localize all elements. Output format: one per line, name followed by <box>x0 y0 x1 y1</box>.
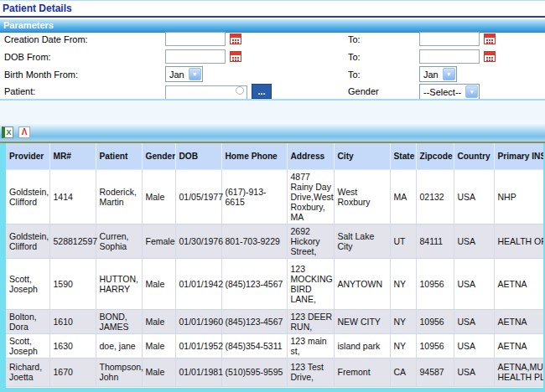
table-cell: Salt Lake City <box>334 224 390 258</box>
table-cell: Male <box>142 358 175 386</box>
table-row[interactable]: Goldstein, Clifford1414Roderick, MartinM… <box>6 169 543 224</box>
creation-date-to-input[interactable] <box>419 32 480 46</box>
patient-input[interactable] <box>165 85 247 100</box>
gender-select[interactable]: --Select-- ▼ <box>419 84 480 100</box>
table-cell: USA <box>454 333 494 358</box>
gender-label: Gender <box>348 86 379 96</box>
table-cell: Male <box>142 309 175 333</box>
table-cell: USA <box>454 309 494 333</box>
dob-from-label: DOB From: <box>4 52 51 62</box>
column-header: Zipcode <box>416 143 454 169</box>
patient-label: Patient: <box>4 86 35 96</box>
table-cell: 1590 <box>49 258 96 309</box>
table-cell: 123 MOCKING BIRD LANE, <box>287 258 334 309</box>
column-header: Address <box>287 143 334 169</box>
patient-browse-button[interactable]: ... <box>252 84 272 99</box>
table-cell: USA <box>454 258 494 309</box>
table-cell: 4877 Rainy Day Drive,West Roxbury, MA <box>287 169 334 224</box>
table-cell: (845)123-4567 <box>221 309 287 333</box>
table-cell: AETNA <box>494 309 543 333</box>
column-header: Primary INS. <box>494 143 543 169</box>
column-header: Gender <box>142 143 175 169</box>
export-toolbar: X Λ <box>0 124 545 143</box>
table-row[interactable]: Goldstein, Clifford528812597Curren, Soph… <box>6 224 543 258</box>
table-cell: 02132 <box>416 169 454 224</box>
chevron-down-icon: ▼ <box>465 85 478 98</box>
table-cell: USA <box>454 358 494 386</box>
table-cell: island park <box>334 333 390 358</box>
chevron-down-icon: ▼ <box>189 68 201 80</box>
table-cell: (845)354-5311 <box>221 333 287 358</box>
birth-month-to-label: To: <box>348 70 361 80</box>
parameters-section-header: Parameters <box>0 19 545 33</box>
table-cell: 01/01/1952 <box>175 333 221 358</box>
column-header: DOB <box>175 143 221 169</box>
calendar-icon[interactable] <box>230 34 241 44</box>
calendar-icon[interactable] <box>230 51 241 62</box>
table-cell: NEW CITY <box>334 309 390 333</box>
table-cell: 01/01/1981 <box>175 358 221 386</box>
table-cell: 528812597 <box>49 224 96 258</box>
dob-to-input[interactable] <box>419 49 480 64</box>
calendar-icon[interactable] <box>484 34 496 44</box>
table-cell: NY <box>390 309 416 333</box>
creation-date-from-input[interactable] <box>165 32 226 46</box>
table-cell: 2692 Hickory Street, <box>287 224 334 258</box>
table-cell: Richard, Joetta <box>6 358 49 386</box>
table-cell: HEALTH OPTION <box>494 224 543 258</box>
table-cell: USA <box>454 169 494 224</box>
birth-month-to-select[interactable]: Jan ▼ <box>419 66 457 82</box>
table-cell: 1414 <box>49 169 96 224</box>
title-divider <box>0 16 545 18</box>
dob-from-input[interactable] <box>165 49 226 64</box>
table-row[interactable]: Scott, Joseph1630doe, janeMale01/01/1952… <box>6 333 543 358</box>
table-cell: NY <box>390 258 416 309</box>
table-cell: Goldstein, Clifford <box>6 169 49 224</box>
column-header: Patient <box>96 143 142 169</box>
gender-value: --Select-- <box>421 87 465 97</box>
export-pdf-icon[interactable]: Λ <box>18 126 30 138</box>
frame-left-edge <box>0 143 6 392</box>
export-excel-icon[interactable]: X <box>2 126 13 138</box>
table-cell: West Roxbury <box>334 169 390 224</box>
table-cell: Male <box>142 258 175 309</box>
creation-date-to-label: To: <box>348 34 361 44</box>
table-cell: 10956 <box>416 309 454 333</box>
patient-details-page: Patient Details Parameters Creation Date… <box>0 0 545 392</box>
table-row[interactable]: Scott, Joseph1590HUTTON, HARRYMale01/01/… <box>6 258 543 309</box>
table-header-row: ProviderMR#PatientGenderDOBHome PhoneAdd… <box>6 143 543 169</box>
table-row[interactable]: Bolton, Dora1610BOND, JAMESMale01/01/196… <box>6 309 543 333</box>
table-cell: ANYTOWN <box>334 258 390 309</box>
table-cell: USA <box>454 224 494 258</box>
chevron-down-icon: ▼ <box>443 68 455 80</box>
table-row[interactable]: Richard, Joetta1670Thompson, JohnMale01/… <box>6 358 543 386</box>
table-cell: doe, jane <box>96 333 142 358</box>
calendar-icon[interactable] <box>484 51 496 62</box>
table-cell: 01/01/1942 <box>175 258 221 309</box>
table-cell: (510)595-9595 <box>221 358 287 386</box>
table-cell: BOND, JAMES <box>96 309 142 333</box>
creation-date-from-label: Creation Date From: <box>4 34 88 44</box>
dob-to-label: To: <box>348 52 361 62</box>
lookup-indicator-icon <box>236 86 244 95</box>
table-cell: (617)-913-6615 <box>221 169 287 224</box>
table-cell: Thompson, John <box>96 358 142 386</box>
table-cell: HUTTON, HARRY <box>96 258 142 309</box>
table-cell: 94587 <box>416 358 454 386</box>
birth-month-from-label: Birth Month From: <box>4 70 78 80</box>
birth-month-from-select[interactable]: Jan ▼ <box>165 66 203 82</box>
frame-bottom-edge <box>0 388 545 392</box>
table-cell: MA <box>390 169 416 224</box>
column-header: Country <box>454 143 494 169</box>
table-cell: 01/30/1976 <box>175 224 221 258</box>
column-header: State <box>390 143 416 169</box>
table-cell: 84111 <box>416 224 454 258</box>
table-cell: Goldstein, Clifford <box>6 224 49 258</box>
table-cell: CA <box>390 358 416 386</box>
table-cell: Roderick, Martin <box>96 169 142 224</box>
table-cell: 123 DEER RUN, <box>287 309 334 333</box>
table-cell: 123 Test Drive, <box>287 358 334 386</box>
section-spacer <box>0 101 545 124</box>
table-cell: 1630 <box>49 333 96 358</box>
table-cell: Male <box>142 169 175 224</box>
